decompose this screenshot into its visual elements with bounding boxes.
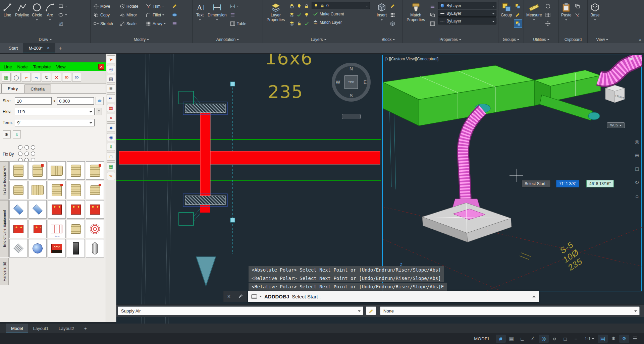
palette-item-vav[interactable] bbox=[9, 161, 28, 180]
menu-line[interactable]: Line bbox=[1, 64, 14, 69]
layer-on-icon[interactable] bbox=[304, 12, 309, 17]
layer-iso-icon[interactable] bbox=[289, 21, 294, 26]
tab-entry[interactable]: Entry bbox=[1, 83, 24, 93]
customize-wrench-icon[interactable] bbox=[238, 294, 243, 299]
line-button[interactable]: Line bbox=[2, 1, 13, 19]
sheets-tool-icon[interactable]: ▤ bbox=[107, 75, 115, 83]
cut-clip-button[interactable] bbox=[574, 11, 581, 19]
3d-view-tool-icon[interactable]: 3D bbox=[62, 73, 71, 82]
palette-item-coil[interactable] bbox=[86, 220, 104, 238]
view-compass[interactable]: N W E S TOP bbox=[332, 63, 371, 102]
panel-footer-layers[interactable]: Layers bbox=[263, 36, 374, 43]
customization-menu-icon[interactable]: ☰ bbox=[630, 335, 640, 343]
ribbon-overflow-button[interactable]: » bbox=[617, 36, 644, 43]
grip-point[interactable] bbox=[230, 82, 235, 86]
radiator-tool-icon[interactable]: ▦ bbox=[107, 104, 115, 112]
duct-run-horizontal[interactable] bbox=[119, 151, 380, 164]
palette-item-vav[interactable] bbox=[67, 181, 85, 199]
wcs-indicator[interactable]: WCS bbox=[607, 122, 625, 128]
panel-footer-draw[interactable]: Draw bbox=[0, 36, 90, 43]
palette-item-louver[interactable] bbox=[67, 239, 85, 257]
model-space-indicator[interactable]: MODEL bbox=[474, 336, 490, 341]
layer-freeze-icon[interactable] bbox=[289, 12, 294, 17]
properties-table-button[interactable] bbox=[429, 19, 437, 28]
group-edit-button[interactable] bbox=[514, 11, 522, 19]
palette-item-vav[interactable] bbox=[48, 161, 66, 180]
table-button[interactable]: Table bbox=[229, 19, 248, 28]
expand-history-icon[interactable] bbox=[532, 294, 536, 297]
palette-item-transfer[interactable]: Transfer bbox=[86, 200, 104, 219]
palette-item-ahu[interactable]: AHU bbox=[48, 239, 66, 257]
list-tool-icon[interactable]: ≣ bbox=[107, 84, 115, 93]
properties-copy-button[interactable] bbox=[429, 11, 437, 19]
insert-down-tool-icon[interactable]: ⇩ bbox=[107, 143, 115, 151]
palette-item-damper[interactable] bbox=[48, 200, 66, 219]
settings-button[interactable]: ✱ bbox=[3, 130, 11, 138]
palette-item-diffuser[interactable] bbox=[9, 200, 28, 219]
palette-item-panel[interactable] bbox=[9, 239, 28, 257]
supply-duct-main[interactable] bbox=[383, 65, 534, 126]
restore-icon[interactable]: ▣ bbox=[629, 56, 633, 61]
oval-tool-icon[interactable]: ◯ bbox=[12, 73, 21, 82]
palette-titlebar[interactable] bbox=[0, 54, 106, 62]
panel-footer-modify[interactable]: Modify bbox=[91, 36, 192, 43]
flex-connector-top[interactable] bbox=[185, 104, 225, 113]
circle-button[interactable]: Circle bbox=[31, 1, 43, 22]
id-point-button[interactable] bbox=[544, 19, 552, 28]
palette-item-diffuser[interactable] bbox=[29, 200, 47, 219]
workspace-toggle-icon[interactable]: ▤ bbox=[598, 335, 608, 343]
ceiling-diffuser[interactable] bbox=[422, 199, 512, 242]
zoom-tool-icon[interactable]: ◎ bbox=[107, 65, 115, 73]
nav-wheel-icon[interactable]: ◎ bbox=[635, 138, 639, 145]
move-button[interactable]: Move bbox=[92, 2, 118, 10]
term-combo[interactable]: 9' bbox=[15, 119, 95, 126]
object-color-combo[interactable]: ByLayer bbox=[438, 2, 496, 9]
new-drawing-button[interactable]: + bbox=[55, 43, 65, 53]
layer-state-icon[interactable] bbox=[289, 3, 294, 9]
palette-item-silencer[interactable] bbox=[86, 239, 104, 257]
elbow-tool-icon[interactable]: ⌐ bbox=[22, 73, 31, 82]
panel-footer-block[interactable]: Block bbox=[374, 36, 402, 43]
selection-toggle-icon[interactable]: □ bbox=[560, 335, 570, 343]
tab-layout1[interactable]: Layout1 bbox=[28, 324, 53, 333]
palette-item-vav[interactable] bbox=[86, 181, 104, 199]
layer-merge-icon[interactable] bbox=[304, 21, 309, 26]
close-icon[interactable]: ✕ bbox=[47, 46, 50, 50]
trim-button[interactable]: Trim bbox=[145, 2, 170, 10]
size-option-button[interactable] bbox=[96, 97, 104, 105]
section-hangers[interactable]: Hangers [E] bbox=[0, 258, 9, 285]
polar-toggle-icon[interactable]: ∠ bbox=[528, 335, 538, 343]
ortho-toggle-icon[interactable]: ∟ bbox=[517, 335, 527, 343]
linetype-combo[interactable]: ByLayer bbox=[438, 17, 496, 24]
fillet-button[interactable]: Fillet bbox=[145, 11, 170, 19]
3d-viewport[interactable]: FRONT bbox=[382, 55, 642, 291]
layer-bulb-icon[interactable] bbox=[297, 3, 302, 9]
palette-item-vav[interactable] bbox=[86, 161, 104, 180]
menu-view[interactable]: View bbox=[54, 64, 68, 69]
target-tool-icon[interactable]: ◉ bbox=[107, 133, 115, 141]
copy-button[interactable]: Copy bbox=[92, 11, 118, 19]
3d-ortho-tool-icon[interactable]: 3D bbox=[72, 73, 81, 82]
ungroup-button[interactable] bbox=[514, 2, 522, 10]
isolate-toggle-icon[interactable]: ✱ bbox=[608, 335, 619, 343]
lineweight-toggle-icon[interactable]: ⌀ bbox=[549, 335, 559, 343]
panel-footer-annotation[interactable]: Annotation bbox=[193, 36, 263, 43]
close-icon[interactable]: ✕ bbox=[227, 294, 231, 299]
quick-calc-button[interactable] bbox=[544, 11, 552, 19]
ellipse-button[interactable] bbox=[57, 11, 68, 19]
size-depth-input[interactable] bbox=[57, 97, 94, 105]
service-edit-button[interactable] bbox=[366, 306, 376, 315]
drop-button[interactable]: ⇩ bbox=[13, 130, 21, 138]
layer-properties-button[interactable]: Layer Properties bbox=[265, 1, 287, 23]
properties-list-button[interactable] bbox=[429, 2, 437, 10]
dimension-button[interactable]: Dimension bbox=[207, 1, 227, 22]
route-tool-icon[interactable]: ↯ bbox=[42, 73, 51, 82]
elbow-down-tool-icon[interactable]: ⌐ bbox=[32, 73, 41, 82]
make-current-button[interactable]: Make Current bbox=[312, 10, 370, 18]
flow-arrow[interactable] bbox=[196, 257, 216, 286]
osnap-toggle-icon[interactable]: ◎ bbox=[539, 335, 549, 343]
array-button[interactable]: Array bbox=[145, 19, 170, 28]
filter-combo[interactable]: None bbox=[380, 306, 640, 315]
quick-select-button[interactable] bbox=[544, 2, 552, 10]
duct-takeoff-branch[interactable] bbox=[540, 95, 600, 120]
